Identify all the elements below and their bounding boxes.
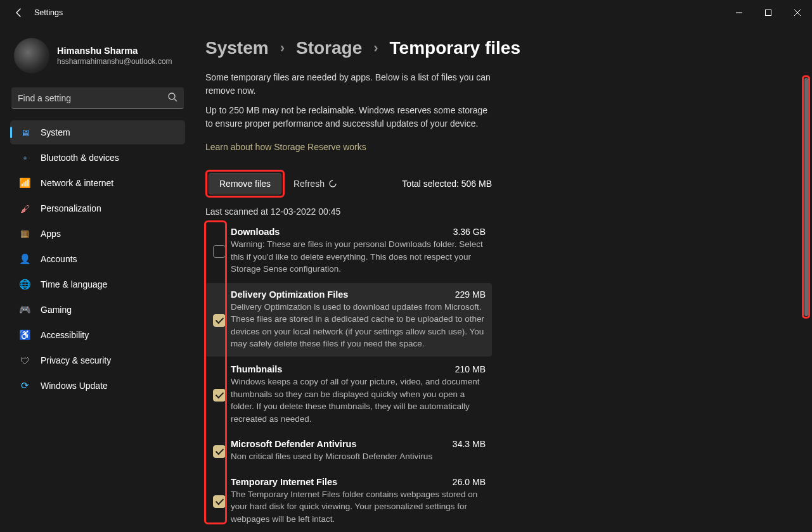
titlebar: Settings: [0, 0, 812, 25]
minimize-icon: [736, 10, 742, 16]
nav-label: Bluetooth & devices: [41, 153, 119, 163]
file-size: 3.36 GB: [453, 227, 486, 237]
nav-label: Network & internet: [41, 178, 113, 188]
chevron-right-icon: ›: [280, 40, 285, 56]
breadcrumb: System › Storage › Temporary files: [205, 38, 793, 58]
nav-label: Apps: [41, 229, 61, 239]
window-title: Settings: [34, 8, 63, 17]
nav-icon: 📶: [19, 177, 30, 189]
nav-icon: 🛡: [19, 355, 30, 366]
nav-icon: ♿: [19, 329, 30, 341]
sidebar-item-gaming[interactable]: 🎮Gaming: [10, 298, 185, 322]
file-title: Microsoft Defender Antivirus: [231, 439, 356, 449]
chevron-right-icon: ›: [373, 40, 378, 56]
sidebar-item-personalization[interactable]: 🖌Personalization: [10, 196, 185, 220]
highlight-remove-button: Remove files: [205, 170, 285, 198]
nav-icon: 🌐: [19, 279, 30, 290]
highlight-scrollbar: [802, 75, 810, 319]
file-list: Downloads3.36 GBWarning: These are files…: [205, 220, 492, 531]
file-desc: Windows keeps a copy of all of your pict…: [231, 376, 486, 425]
file-size: 34.3 MB: [453, 439, 486, 449]
total-selected: Total selected: 506 MB: [402, 179, 492, 189]
profile-block[interactable]: Himanshu Sharma hssharmahimanshu@outlook…: [10, 34, 185, 85]
file-title: Temporary Internet Files: [231, 477, 337, 487]
sidebar-item-windows-update[interactable]: ⟳Windows Update: [10, 374, 185, 398]
sidebar-item-bluetooth-devices[interactable]: ᛭Bluetooth & devices: [10, 146, 185, 170]
file-checkbox[interactable]: [213, 245, 226, 258]
profile-name: Himanshu Sharma: [57, 46, 172, 56]
arrow-left-icon: [14, 8, 24, 18]
file-title: Delivery Optimization Files: [231, 289, 348, 300]
file-checkbox[interactable]: [213, 389, 226, 402]
nav-icon: ᛭: [19, 153, 30, 163]
storage-reserve-link[interactable]: Learn about how Storage Reserve works: [205, 142, 366, 152]
file-item[interactable]: Delivery Optimization Files229 MBDeliver…: [205, 283, 492, 357]
intro-text-2: Up to 250 MB may not be reclaimable. Win…: [205, 104, 497, 130]
nav-label: Privacy & security: [41, 355, 111, 365]
maximize-icon: [765, 10, 771, 16]
refresh-icon: [328, 179, 337, 188]
nav-label: Time & language: [41, 279, 107, 289]
minimize-button[interactable]: [725, 3, 754, 23]
nav-icon: ⟳: [19, 380, 30, 391]
nav-icon: ▦: [19, 228, 30, 239]
sidebar: Himanshu Sharma hssharmahimanshu@outlook…: [0, 25, 191, 532]
sidebar-item-time-language[interactable]: 🌐Time & language: [10, 272, 185, 296]
sidebar-item-privacy-security[interactable]: 🛡Privacy & security: [10, 348, 185, 372]
crumb-storage[interactable]: Storage: [296, 38, 362, 58]
svg-point-4: [169, 93, 175, 99]
close-button[interactable]: [783, 3, 812, 23]
file-desc: Non critical files used by Microsoft Def…: [231, 450, 486, 463]
refresh-button[interactable]: Refresh: [293, 179, 337, 189]
nav-label: Personalization: [41, 203, 101, 213]
file-checkbox[interactable]: [213, 314, 226, 327]
file-item[interactable]: Thumbnails210 MBWindows keeps a copy of …: [205, 358, 492, 431]
window-controls: [725, 3, 812, 23]
sidebar-item-apps[interactable]: ▦Apps: [10, 222, 185, 246]
main: System › Storage › Temporary files Some …: [191, 25, 812, 532]
last-scanned: Last scanned at 12-03-2022 00:45: [205, 206, 793, 217]
file-desc: Delivery Optimization is used to downloa…: [231, 301, 486, 350]
nav-label: System: [41, 127, 70, 137]
file-size: 229 MB: [455, 289, 486, 300]
search-icon: [168, 92, 177, 104]
file-item[interactable]: Microsoft Defender Antivirus34.3 MBNon c…: [205, 433, 492, 469]
search-wrap: [11, 87, 184, 109]
file-title: Thumbnails: [231, 364, 282, 374]
intro-text-1: Some temporary files are needed by apps.…: [205, 71, 497, 98]
svg-line-5: [174, 99, 177, 101]
search-input[interactable]: [11, 87, 184, 109]
file-title: Downloads: [231, 227, 280, 237]
svg-rect-1: [766, 10, 771, 16]
page-title: Temporary files: [390, 38, 520, 58]
file-size: 26.0 MB: [453, 477, 486, 487]
crumb-system[interactable]: System: [205, 38, 269, 58]
file-item[interactable]: Downloads3.36 GBWarning: These are files…: [205, 220, 492, 282]
sidebar-item-accessibility[interactable]: ♿Accessibility: [10, 323, 185, 347]
nav-label: Gaming: [41, 305, 72, 315]
refresh-label: Refresh: [293, 179, 325, 189]
nav-icon: 🖥: [19, 127, 30, 138]
file-checkbox[interactable]: [213, 495, 226, 508]
sidebar-item-system[interactable]: 🖥System: [10, 120, 185, 144]
nav-icon: 🎮: [19, 304, 30, 315]
file-checkbox[interactable]: [213, 445, 226, 458]
action-row: Remove files Refresh Total selected: 506…: [205, 170, 492, 198]
sidebar-item-network-internet[interactable]: 📶Network & internet: [10, 171, 185, 195]
sidebar-item-accounts[interactable]: 👤Accounts: [10, 247, 185, 271]
avatar: [14, 38, 49, 73]
nav-label: Accessibility: [41, 330, 89, 340]
close-icon: [794, 10, 801, 16]
profile-email: hssharmahimanshu@outlook.com: [57, 57, 172, 66]
back-button[interactable]: [8, 1, 30, 24]
file-item[interactable]: Temporary Internet Files26.0 MBThe Tempo…: [205, 471, 492, 532]
file-size: 210 MB: [455, 364, 486, 374]
nav-icon: 🖌: [19, 203, 30, 214]
maximize-button[interactable]: [754, 3, 783, 23]
file-desc: The Temporary Internet Files folder cont…: [231, 488, 486, 526]
nav-label: Windows Update: [41, 381, 108, 391]
remove-files-button[interactable]: Remove files: [209, 173, 281, 194]
nav-icon: 👤: [19, 253, 30, 265]
nav-list: 🖥System᛭Bluetooth & devices📶Network & in…: [10, 120, 185, 398]
nav-label: Accounts: [41, 254, 77, 264]
